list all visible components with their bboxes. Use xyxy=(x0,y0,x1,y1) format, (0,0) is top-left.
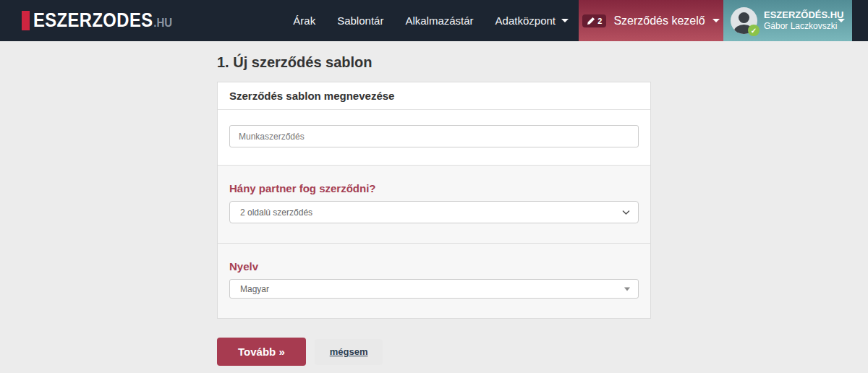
logo[interactable]: ESZERZODES .HU xyxy=(0,0,191,41)
nav-item-label: Sablontár xyxy=(337,14,383,27)
template-form-card: Szerződés sablon megnevezése Hány partne… xyxy=(217,82,651,319)
partner-count-label: Hány partner fog szerződni? xyxy=(229,182,639,194)
nav-item-alkalmazastar[interactable]: Alkalmazástár xyxy=(405,14,473,27)
nav-item-label: Árak xyxy=(293,14,315,27)
partner-count-selected-value: 2 oldalú szerződés xyxy=(240,207,312,218)
user-org-label: ESZERZŐDÉS.HU xyxy=(764,9,838,21)
triangle-down-icon xyxy=(624,287,630,291)
cancel-button[interactable]: mégsem xyxy=(315,339,383,365)
chevron-down-icon xyxy=(561,19,569,22)
nav-item-label: Alkalmazástár xyxy=(405,14,473,27)
user-texts: ESZERZŐDÉS.HU Gábor Laczkovszki xyxy=(764,9,838,32)
page-title: 1. Új szerződés sablon xyxy=(217,54,651,71)
chevron-down-icon xyxy=(838,19,845,22)
contract-manager-button[interactable]: 2 Szerződés kezelő xyxy=(579,0,723,41)
logo-red-bar-icon xyxy=(22,11,30,30)
contract-manager-label: Szerződés kezelő xyxy=(613,14,705,27)
nav-item-label: Adatközpont xyxy=(495,14,556,27)
chevron-down-icon xyxy=(712,19,720,22)
form-actions: Tovább » mégsem xyxy=(217,338,651,366)
chevron-down-icon xyxy=(622,210,630,215)
language-selected-value: Magyar xyxy=(240,284,269,294)
card-header: Szerződés sablon megnevezése xyxy=(218,82,650,110)
nav-item-adatkozpont[interactable]: Adatközpont xyxy=(495,14,569,27)
logo-text: ESZERZODES xyxy=(33,9,153,32)
main-content: 1. Új szerződés sablon Szerződés sablon … xyxy=(217,54,651,366)
avatar-status-badge-icon: ✓ xyxy=(748,25,760,36)
logo-tld: .HU xyxy=(153,16,172,30)
language-select[interactable]: Magyar xyxy=(229,279,639,299)
nav-links: Árak Sablontár Alkalmazástár Adatközpont xyxy=(293,0,579,41)
top-navbar: ESZERZODES .HU Árak Sablontár Alkalmazás… xyxy=(0,0,868,41)
language-section: Nyelv Magyar xyxy=(218,243,650,318)
navbar-end-spacer xyxy=(852,0,868,41)
nav-item-arak[interactable]: Árak xyxy=(293,14,315,27)
avatar: ✓ xyxy=(731,7,757,34)
next-button[interactable]: Tovább » xyxy=(217,338,306,366)
contract-count: 2 xyxy=(597,17,602,25)
contract-count-badge: 2 xyxy=(582,14,606,27)
template-name-section xyxy=(218,110,650,165)
user-menu-button[interactable]: ✓ ESZERZŐDÉS.HU Gábor Laczkovszki xyxy=(723,0,852,41)
logo-wordmark: ESZERZODES .HU xyxy=(33,9,172,32)
language-label: Nyelv xyxy=(229,260,639,273)
template-name-input[interactable] xyxy=(229,125,639,147)
pen-icon xyxy=(587,17,595,25)
partner-count-select[interactable]: 2 oldalú szerződés xyxy=(229,201,639,223)
partner-count-section: Hány partner fog szerződni? 2 oldalú sze… xyxy=(218,165,650,243)
user-name-label: Gábor Laczkovszki xyxy=(764,21,838,32)
nav-item-sablontar[interactable]: Sablontár xyxy=(337,14,383,27)
